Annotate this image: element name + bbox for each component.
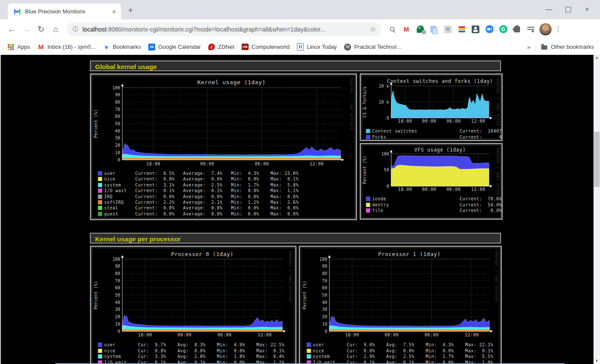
svg-text:30: 30 (115, 136, 120, 140)
svg-text:18:00: 18:00 (398, 187, 412, 192)
svg-text:60: 60 (322, 285, 327, 290)
browser-window: Blue Precision Monitorix × + — × ← → ↻ ⌂… (0, 0, 600, 364)
tab-monitorix[interactable]: Blue Precision Monitorix × (8, 3, 121, 19)
section-header-global-kernel-usage: Global kernel usage (90, 60, 501, 71)
new-tab-button[interactable]: + (128, 5, 133, 16)
grid-dot (8, 44, 10, 46)
url-text[interactable]: localhost:8080/monitorix-cgi/monitorix.c… (83, 26, 370, 33)
bookmarks-bar: AppsMInbox (16) - sjvn0...★Bookmarks28Go… (0, 39, 600, 55)
context-switches-graph-panel: Context switches and forks (1day)CS & fo… (360, 73, 503, 141)
page-scrollbar[interactable]: ▲ ▼ (594, 55, 600, 364)
processor-1-graph-image[interactable]: Processor 1 (1day)Percent (%)01020304050… (302, 249, 499, 364)
zdnet-icon: Z (208, 44, 215, 50)
legend-text: nice Cur: 0.0% Avg: 0.0% Min: 0.0% Max: … (313, 348, 493, 353)
legend-color-box (366, 129, 370, 133)
grammarly-icon[interactable]: G (498, 23, 509, 35)
browser-menu-icon[interactable]: ⋮ (553, 25, 563, 33)
bookmark-bookmarks[interactable]: ★Bookmarks (103, 44, 141, 51)
copy-docs-icon[interactable] (428, 23, 440, 35)
back-button[interactable]: ← (4, 25, 19, 34)
reload-button[interactable]: ↻ (34, 24, 48, 34)
legend-color-box (98, 349, 102, 353)
legend-color-box (366, 203, 370, 207)
svg-text:0: 0 (118, 329, 120, 334)
other-bookmarks-label[interactable]: Other bookmarks (551, 44, 594, 50)
processor-0-graph-image[interactable]: Processor 0 (1day)Percent (%)01020304050… (93, 249, 294, 364)
legend-color-box (98, 189, 102, 193)
legend-row-nice: nice Current: 0.0% Average: 0.0% Min: 0.… (98, 177, 299, 181)
tab-close-icon[interactable]: × (112, 8, 116, 15)
site-info-icon[interactable]: ⓘ (73, 25, 78, 33)
svg-text:100: 100 (319, 257, 327, 262)
legend-color-box (366, 135, 370, 139)
playlist-icon[interactable] (525, 23, 537, 35)
svg-text:00:00: 00:00 (422, 119, 437, 123)
legend-color-box (98, 195, 102, 199)
playlist-glyph (527, 26, 534, 32)
zoom-icon[interactable] (484, 23, 495, 35)
legend-color-box (98, 355, 102, 358)
close-button[interactable]: × (578, 3, 597, 16)
svg-text:VFS usage (1day): VFS usage (1day) (415, 147, 466, 153)
bookmark-linux-today[interactable]: ltLinux Today (297, 44, 337, 51)
reader-extension-icon[interactable]: R (442, 23, 454, 35)
address-bar[interactable]: ⓘ localhost:8080/monitorix-cgi/monitorix… (67, 22, 381, 36)
bookmark-label: Bookmarks (113, 44, 141, 50)
hangouts-icon[interactable] (415, 23, 426, 35)
legend-text: user Current: 8.5% Average: 7.4% Min: 4.… (104, 171, 299, 176)
context-switches-graph-image[interactable]: Context switches and forks (1day)CS & fo… (363, 76, 500, 138)
grid-dot (8, 48, 10, 50)
svg-text:0: 0 (118, 158, 120, 162)
svg-text:06:00: 06:00 (217, 332, 232, 337)
svg-text:06:00: 06:00 (424, 332, 439, 337)
bookmark-google-calendar[interactable]: 28Google Calendar (148, 44, 201, 51)
svg-text:80: 80 (115, 100, 120, 104)
bookmark-icon-holder: M (38, 44, 45, 51)
bookmark-practical-technol-[interactable]: WPractical Technol... (344, 44, 401, 51)
maximize-button[interactable] (559, 3, 578, 16)
grid-dot (12, 48, 14, 50)
svg-text:RRDTOOL / TOBI OETIKER: RRDTOOL / TOBI OETIKER (496, 148, 499, 194)
extensions-puzzle-icon[interactable] (511, 23, 523, 35)
legend-text: Forks Current: 4 (372, 135, 502, 139)
gmail-notifier-icon[interactable]: M (401, 23, 412, 35)
home-button[interactable]: ⌂ (48, 25, 63, 34)
svg-text:70: 70 (322, 279, 327, 283)
kernel-usage-graph-image[interactable]: Kernel usage (1day)Percent (%)0102030405… (93, 76, 354, 217)
bookmark-inbox-16-sjvn0-[interactable]: MInbox (16) - sjvn0... (38, 44, 96, 51)
scrollbar-up-icon[interactable]: ▲ (594, 55, 600, 61)
profile-avatar[interactable] (539, 23, 552, 35)
forward-button[interactable]: → (19, 25, 34, 34)
svg-text:Context switches and forks (1: Context switches and forks (1day) (387, 78, 493, 84)
search-extension-icon[interactable] (387, 23, 399, 35)
bookmark-zdnet[interactable]: ZZDNet (208, 44, 234, 51)
section-header-kernel-usage-per-processor: Kernel usage per processor (90, 233, 501, 244)
legend-color-box (307, 349, 311, 353)
svg-text:0: 0 (386, 116, 389, 120)
scrollbar-down-icon[interactable]: ▼ (594, 358, 600, 364)
legend-row-softirq: softIRQ Current: 2.2% Average: 2.1% Min:… (98, 200, 299, 205)
magnifier-glyph (390, 27, 395, 32)
bookmark-label: Linux Today (307, 44, 337, 50)
svg-text:80: 80 (322, 271, 327, 276)
books-extension-icon[interactable] (456, 23, 468, 35)
grid-dot (10, 48, 12, 50)
bookmark-star-icon[interactable]: ☆ (370, 25, 376, 33)
vfs-usage-graph-image[interactable]: VFS usage (1day)Percent (%)05010018:0000… (363, 146, 500, 217)
svg-text:10: 10 (115, 150, 120, 155)
scrollbar-thumb[interactable] (594, 132, 600, 187)
legend-color-box (366, 209, 370, 212)
session-manager-icon[interactable] (470, 23, 482, 35)
svg-text:10: 10 (322, 322, 327, 326)
legend-text: user Cur: 9.0% Avg: 7.5% Min: 4.3% Max: … (313, 342, 493, 347)
svg-text:Kernel usage (1day): Kernel usage (1day) (197, 79, 265, 85)
minimize-button[interactable]: — (539, 3, 559, 16)
svg-text:Percent (%): Percent (%) (93, 281, 98, 309)
computerworld-icon: CW (242, 44, 249, 50)
legend-text: system Current: 3.1% Average: 2.5% Min: … (104, 183, 299, 187)
bookmark-computerworld[interactable]: CWComputerworld (242, 44, 290, 51)
bookmark-apps[interactable]: Apps (7, 44, 30, 51)
svg-text:100: 100 (112, 257, 120, 262)
bookmarks-overflow-icon[interactable]: » (527, 43, 530, 51)
g-glyph: G (499, 25, 507, 33)
